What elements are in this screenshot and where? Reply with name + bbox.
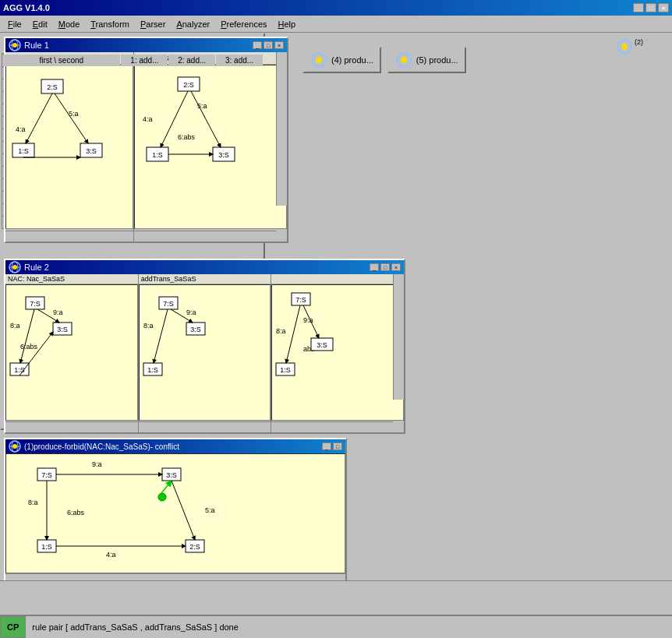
produce5-icon: [395, 51, 412, 69]
rule2-lhs-label: addTrans_SaSaS: [139, 274, 271, 284]
svg-text:2:S: 2:S: [47, 83, 58, 91]
produce4-button[interactable]: (4) produ...: [302, 47, 381, 73]
status-text: rule pair [ addTrans_SaSaS , addTrans_Sa…: [26, 619, 245, 635]
col-header-3: 3: add...: [216, 55, 263, 67]
svg-point-3: [12, 43, 17, 48]
svg-text:1:S: 1:S: [41, 543, 52, 551]
rule2-title: Rule 2: [24, 263, 49, 272]
rule1-titlebar: Rule 1 _ □ ×: [5, 38, 287, 52]
svg-text:8:a: 8:a: [28, 499, 38, 506]
rule2-rhs-scrollh[interactable]: [271, 421, 393, 432]
svg-text:1:S: 1:S: [152, 151, 163, 159]
rule2-lhs-scrollh[interactable]: [139, 421, 271, 432]
menu-edit[interactable]: Edit: [28, 18, 52, 30]
rule1-right-scrollh[interactable]: [134, 231, 276, 241]
rule2-globe-icon: [9, 261, 21, 273]
rule2-nac-graph: 7:S 8:a 9:a 3:S 6:abs 1:S: [6, 285, 137, 420]
conflict-titlebar: (1)produce-forbid(NAC:Nac_SaSaS)- confli…: [5, 439, 345, 453]
small-icon-num: (2): [635, 38, 643, 46]
rule1-minimize[interactable]: _: [253, 41, 262, 49]
app-title: AGG V1.4.0: [3, 3, 50, 12]
minimize-button[interactable]: _: [633, 3, 644, 12]
col-header-2: 2: add...: [168, 55, 216, 67]
svg-line-40: [20, 309, 34, 363]
svg-text:1:S: 1:S: [147, 366, 158, 374]
col-header-1: 1: add...: [121, 55, 168, 67]
svg-text:3:S: 3:S: [166, 471, 177, 479]
svg-text:9:a: 9:a: [186, 308, 196, 316]
rule2-lhs-graph: 7:S 8:a 9:a 3:S 1:S: [140, 285, 271, 420]
title-bar: AGG V1.4.0 _ □ ×: [0, 0, 672, 16]
svg-point-90: [621, 44, 628, 50]
status-bar: CP rule pair [ addTrans_SaSaS , addTrans…: [0, 615, 672, 638]
rule1-title: Rule 1: [24, 41, 49, 50]
svg-text:3:S: 3:S: [190, 326, 201, 333]
svg-text:1:S: 1:S: [18, 147, 29, 155]
menu-analyzer[interactable]: Analyzer: [172, 18, 214, 30]
svg-text:6:abs: 6:abs: [178, 133, 196, 141]
svg-text:7:S: 7:S: [296, 296, 307, 304]
small-globe-icon: [616, 38, 633, 55]
svg-text:1:S: 1:S: [14, 366, 25, 374]
maximize-button[interactable]: □: [645, 3, 656, 12]
svg-text:1:S: 1:S: [281, 366, 292, 374]
svg-text:5:a: 5:a: [205, 506, 215, 514]
conflict-minimize[interactable]: _: [322, 442, 331, 450]
rule2-rhs-scrollv[interactable]: [393, 274, 404, 400]
rule1-right-scrollv[interactable]: [276, 52, 287, 206]
conflict-panel-title: (1)produce-forbid(NAC:Nac_SaSaS)- confli…: [24, 442, 179, 451]
produce-buttons-area: (2) (4) produ... (5) produ...: [296, 37, 663, 83]
svg-line-86: [172, 481, 195, 540]
rule1-close[interactable]: ×: [274, 41, 284, 49]
close-button[interactable]: ×: [658, 3, 669, 12]
rule2-panel: Rule 2 _ □ × NAC: Nac_SaSaS: [4, 259, 405, 434]
svg-text:3:S: 3:S: [57, 326, 68, 333]
menu-mode[interactable]: Mode: [54, 18, 85, 30]
rule2-titlebar: Rule 2 _ □ ×: [5, 260, 404, 274]
title-bar-buttons: _ □ ×: [633, 3, 669, 12]
svg-text:2:S: 2:S: [189, 543, 200, 551]
svg-text:4:a: 4:a: [16, 125, 26, 133]
menu-transform[interactable]: Transform: [86, 18, 134, 30]
conflict-restore[interactable]: □: [333, 442, 342, 450]
col-header-label: first \ second: [2, 55, 121, 67]
rule1-restore[interactable]: □: [263, 41, 273, 49]
main-hscrollbar[interactable]: [0, 580, 672, 591]
svg-line-51: [154, 309, 168, 363]
menu-parser[interactable]: Parser: [136, 18, 170, 30]
svg-text:8:a: 8:a: [276, 327, 286, 335]
svg-text:3:S: 3:S: [218, 151, 229, 159]
rule2-minimize[interactable]: _: [370, 263, 379, 271]
svg-text:9:a: 9:a: [92, 460, 102, 468]
menu-preferences[interactable]: Preferences: [216, 18, 271, 30]
rule1-panel: Rule 1 _ □ × addTrans_SaSaS 2:S 4:a: [4, 37, 288, 243]
svg-line-25: [191, 91, 221, 147]
svg-text:2:S: 2:S: [183, 81, 194, 89]
rule1-right-graph: 2:S 4:a 5:a 6:abs 1:S 3:S: [135, 65, 286, 228]
produce4-icon: [310, 51, 327, 69]
svg-text:8:a: 8:a: [10, 322, 20, 330]
rule2-close[interactable]: ×: [391, 263, 401, 271]
rule2-nac-scrollh[interactable]: [5, 421, 138, 432]
svg-text:9:a: 9:a: [53, 308, 63, 316]
menu-help[interactable]: Help: [274, 18, 301, 30]
produce5-button[interactable]: (5) produ...: [387, 47, 466, 73]
status-cp-label: CP: [0, 616, 26, 638]
svg-line-13: [55, 93, 88, 143]
rule2-rhs-graph: 7:S 9:a 8:a abs 3:S 1:S: [272, 285, 403, 420]
svg-text:3:S: 3:S: [86, 147, 97, 155]
produce5-label: (5) produ...: [416, 55, 458, 65]
svg-text:6:abs: 6:abs: [67, 509, 85, 516]
svg-text:6:abs: 6:abs: [20, 343, 38, 351]
svg-line-12: [26, 93, 52, 143]
menu-file[interactable]: File: [3, 18, 27, 30]
rule2-rhs-label: [271, 274, 404, 284]
svg-text:7:S: 7:S: [30, 300, 41, 308]
conflict-globe-icon: [9, 440, 21, 453]
svg-point-94: [316, 57, 322, 63]
rule1-left-scrollh[interactable]: [5, 231, 133, 241]
small-icon-area: (2): [616, 38, 639, 62]
svg-point-67: [12, 444, 17, 449]
rule2-restore[interactable]: □: [380, 263, 390, 271]
svg-text:3:S: 3:S: [317, 341, 328, 349]
